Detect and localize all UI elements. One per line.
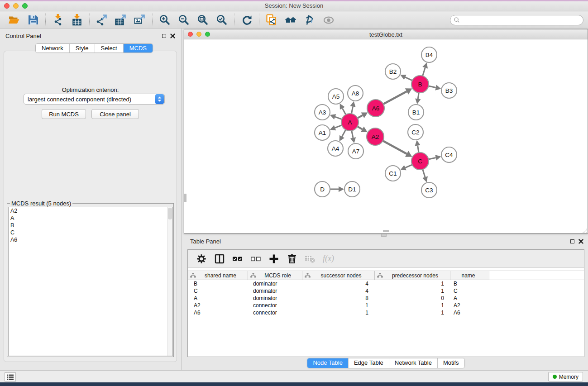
export-network-icon[interactable]: [96, 14, 108, 26]
graph-node-C[interactable]: C: [411, 152, 429, 170]
import-network-icon[interactable]: [52, 14, 64, 26]
mcds-result-item[interactable]: C: [9, 229, 172, 236]
graph-node-A4[interactable]: A4: [328, 141, 343, 156]
column-header-predecessor-nodes[interactable]: predecessor nodes: [375, 271, 450, 280]
graph-node-C4[interactable]: C4: [441, 147, 457, 162]
graph-edge-B-B4[interactable]: [422, 62, 428, 76]
import-table-icon[interactable]: [71, 14, 83, 26]
column-header-MCDS-role[interactable]: MCDS role: [248, 271, 302, 280]
graph-node-B3[interactable]: B3: [441, 83, 457, 98]
table-row[interactable]: Bdominator41B: [188, 280, 584, 287]
close-panel-icon[interactable]: [170, 33, 175, 38]
deselect-all-checkboxes-icon[interactable]: [249, 253, 262, 265]
mcds-list-scrollbar[interactable]: [167, 207, 172, 356]
network-horizontal-scrollbar[interactable]: [185, 229, 587, 233]
window-resize-grip[interactable]: [581, 227, 587, 233]
graph-node-B[interactable]: B: [411, 76, 429, 93]
column-header-shared-name[interactable]: shared name: [188, 271, 248, 280]
tab-edge-table[interactable]: Edge Table: [349, 358, 389, 368]
run-mcds-button[interactable]: Run MCDS: [42, 109, 86, 119]
graph-node-C1[interactable]: C1: [385, 166, 401, 181]
graph-edge-A2-C[interactable]: [383, 141, 412, 157]
save-session-icon[interactable]: [27, 14, 39, 26]
delete-column-icon[interactable]: [286, 253, 298, 265]
graph-node-D[interactable]: D: [315, 181, 330, 197]
graph-node-C2[interactable]: C2: [408, 124, 423, 140]
network-canvas[interactable]: AA1A2A3A4A5A6A7A8BB1B2B3B4CC1C2C3C4DD1: [185, 40, 587, 230]
tab-style[interactable]: Style: [70, 44, 95, 52]
table-row[interactable]: Cdominator41C: [188, 287, 584, 295]
tab-network-table[interactable]: Network Table: [389, 358, 438, 368]
mcds-result-item[interactable]: A2: [9, 207, 172, 214]
tab-node-table[interactable]: Node Table: [307, 358, 349, 368]
graph-node-A2[interactable]: A2: [367, 128, 384, 145]
zoom-out-icon[interactable]: [177, 14, 190, 26]
zoom-fit-icon[interactable]: [196, 14, 209, 26]
graph-node-A8[interactable]: A8: [348, 86, 363, 101]
table-row[interactable]: A6connector11A6: [188, 309, 584, 316]
column-header-successor-nodes[interactable]: successor nodes: [302, 271, 375, 280]
search-box[interactable]: [450, 15, 583, 25]
search-input[interactable]: [460, 16, 583, 24]
export-image-icon[interactable]: [134, 14, 146, 26]
export-table-icon[interactable]: [115, 14, 127, 26]
graph-node-A7[interactable]: A7: [348, 143, 363, 159]
memory-button[interactable]: Memory: [548, 372, 583, 381]
graph-edge-B-B1[interactable]: [415, 93, 421, 104]
tab-select[interactable]: Select: [95, 44, 124, 52]
table-settings-icon[interactable]: [195, 253, 208, 265]
add-column-icon[interactable]: [268, 253, 280, 265]
tab-motifs[interactable]: Motifs: [438, 358, 464, 368]
column-header-name[interactable]: name: [450, 271, 489, 280]
table-row[interactable]: A2connector11A2: [188, 302, 584, 309]
tab-network[interactable]: Network: [36, 44, 70, 52]
graph-node-D1[interactable]: D1: [344, 181, 360, 197]
graph-node-B4[interactable]: B4: [421, 47, 437, 62]
mcds-result-item[interactable]: A6: [9, 236, 172, 243]
zoom-selected-icon[interactable]: [215, 14, 228, 26]
refresh-view-icon[interactable]: [240, 14, 253, 26]
pane-divider-grip[interactable]: [381, 234, 387, 237]
graph-edge-C-C1[interactable]: [400, 165, 412, 171]
show-hide-panels-icon[interactable]: [322, 14, 335, 26]
optimization-criterion-select[interactable]: largest connected component (directed): [24, 94, 165, 105]
graph-edge-B-B3[interactable]: [429, 85, 441, 91]
graph-edge-B-B2[interactable]: [400, 75, 412, 81]
graph-edge-A-A6[interactable]: [358, 112, 368, 118]
open-file-icon[interactable]: [8, 14, 20, 26]
float-panel-icon[interactable]: [162, 34, 166, 38]
close-table-panel-icon[interactable]: [578, 239, 583, 244]
graph-edge-A-A1[interactable]: [330, 125, 342, 131]
graph-edge-A-A2[interactable]: [357, 126, 367, 132]
graph-node-B2[interactable]: B2: [385, 64, 401, 79]
table-row[interactable]: Adominator80A: [188, 295, 584, 302]
graph-node-A6[interactable]: A6: [367, 100, 384, 117]
graph-node-C3[interactable]: C3: [421, 182, 437, 198]
graph-edge-C-C3[interactable]: [422, 169, 428, 182]
graph-node-B1[interactable]: B1: [408, 105, 424, 120]
mcds-result-item[interactable]: B: [9, 222, 172, 229]
toggle-graphics-details-icon[interactable]: [303, 14, 316, 26]
graph-edge-A-A5[interactable]: [340, 104, 346, 114]
table-columns-icon[interactable]: [213, 253, 226, 265]
close-panel-button[interactable]: Close panel: [91, 109, 139, 119]
graph-edge-A6-B[interactable]: [383, 88, 412, 104]
task-history-button[interactable]: [5, 372, 16, 381]
graph-node-A[interactable]: A: [341, 114, 359, 131]
mcds-result-item[interactable]: A: [9, 214, 172, 222]
graph-edge-A-A3[interactable]: [330, 114, 342, 119]
duplicate-network-icon[interactable]: [265, 14, 278, 26]
graph-edge-C-C4[interactable]: [429, 155, 441, 160]
float-table-panel-icon[interactable]: [570, 239, 574, 243]
graph-node-A5[interactable]: A5: [328, 89, 344, 104]
home-view-icon[interactable]: [284, 14, 297, 26]
zoom-in-icon[interactable]: [158, 14, 171, 26]
graph-edge-A-A8[interactable]: [350, 101, 355, 114]
tab-mcds[interactable]: MCDS: [124, 44, 153, 52]
select-all-checkboxes-icon[interactable]: [231, 253, 244, 265]
graph-node-A3[interactable]: A3: [315, 105, 330, 120]
graph-edge-C-C2[interactable]: [415, 140, 421, 152]
network-vertical-scrollbar[interactable]: [184, 40, 187, 230]
graph-node-A1[interactable]: A1: [315, 125, 330, 140]
graph-edge-A-A4[interactable]: [339, 130, 346, 142]
